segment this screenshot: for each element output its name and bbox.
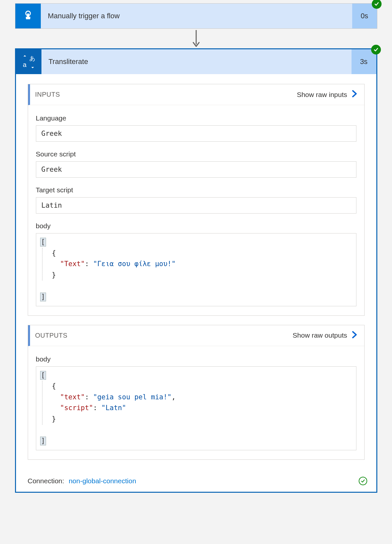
chevron-right-icon [352,90,357,99]
connection-label: Connection: [28,477,64,485]
success-icon [372,0,382,9]
svg-text:あ: あ [29,55,35,62]
translate-icon: あ a [16,49,41,74]
language-label: Language [36,114,356,122]
connection-footer: Connection: non-global-connection [16,475,376,492]
show-raw-outputs-label: Show raw outputs [293,331,347,339]
output-body-label: body [36,355,356,363]
inputs-panel: INPUTS Show raw inputs Language Greek [28,84,365,316]
check-circle-icon [359,477,367,485]
source-script-value: Greek [36,161,356,178]
action-title: Transliterate [41,49,352,74]
svg-text:a: a [23,61,27,68]
touch-icon [15,4,41,28]
output-body-json: [ { "text": "geia sou pel mia!", "script… [36,366,356,450]
input-body-label: body [36,222,356,230]
show-raw-inputs-label: Show raw inputs [297,91,347,99]
chevron-right-icon [352,331,357,340]
show-raw-inputs-button[interactable]: Show raw inputs [297,90,357,99]
outputs-panel: OUTPUTS Show raw outputs body [ { "text"… [28,325,365,460]
inputs-heading: INPUTS [30,91,60,98]
arrow-down-icon [13,29,379,48]
target-script-label: Target script [36,186,356,194]
source-script-label: Source script [36,150,356,158]
trigger-title: Manually trigger a flow [41,4,352,28]
target-script-value: Latin [36,197,356,214]
outputs-heading: OUTPUTS [30,332,68,339]
trigger-card[interactable]: Manually trigger a flow 0s [15,3,377,29]
language-value: Greek [36,125,356,142]
input-body-json: [ { "Text": "Γεια σου φίλε μου!" } ] [36,233,356,306]
show-raw-outputs-button[interactable]: Show raw outputs [293,331,357,340]
success-icon [371,45,381,55]
action-card: あ a Transliterate 3s INPUTS Show raw inp… [15,48,377,493]
action-header[interactable]: あ a Transliterate 3s [16,49,376,74]
connection-link[interactable]: non-global-connection [69,477,136,485]
